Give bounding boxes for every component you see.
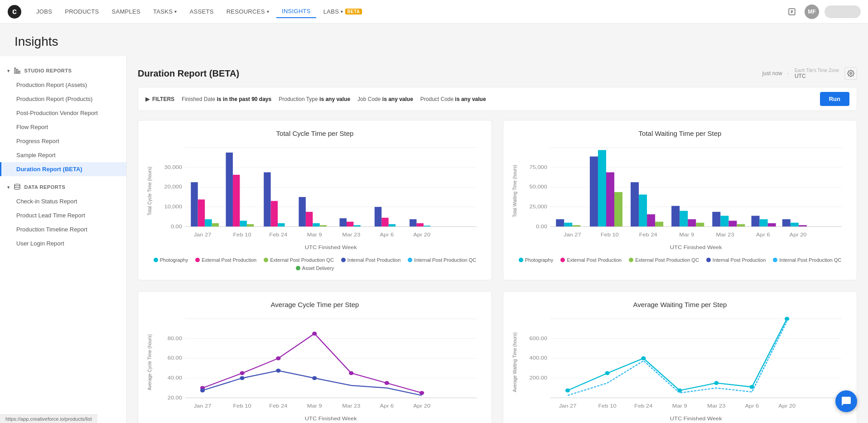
svg-rect-25	[264, 172, 270, 226]
chat-bubble[interactable]	[835, 390, 857, 412]
report-header-right: just now · Each Tile's Time Zone UTC	[762, 67, 857, 80]
svg-text:Feb 24: Feb 24	[639, 232, 657, 238]
svg-text:Jan 27: Jan 27	[559, 403, 577, 409]
svg-point-108	[420, 391, 424, 395]
svg-text:0.00: 0.00	[171, 224, 182, 230]
legend-external-post: External Post Production	[195, 257, 256, 263]
svg-text:Feb 10: Feb 10	[601, 232, 619, 238]
avg-cycle-y-axis-label: Average Cycle Time (hours)	[147, 334, 152, 390]
svg-rect-33	[347, 222, 353, 227]
total-waiting-svg: 0.00 25,000 50,000 75,000	[521, 143, 848, 251]
filter-finished-date: Finished Date is in the past 90 days	[182, 96, 271, 102]
svg-point-132	[641, 356, 646, 361]
total-waiting-time-title: Total Waiting Time per Step	[512, 130, 848, 137]
notifications-icon[interactable]	[785, 5, 799, 19]
avg-cycle-time-title: Average Cycle Time per Step	[147, 301, 482, 308]
svg-rect-18	[198, 199, 205, 226]
svg-rect-66	[631, 182, 639, 226]
filter-job-code: Job Code is any value	[357, 96, 413, 102]
legend-internal-post-qc: Internal Post Production QC	[408, 257, 476, 263]
svg-text:50,000: 50,000	[530, 184, 548, 190]
total-waiting-y-axis-label: Total Waiting Time (hours)	[512, 165, 517, 217]
nav-item-labs[interactable]: LABS ▾ BETA	[318, 5, 367, 18]
svg-rect-5	[19, 71, 20, 73]
svg-rect-73	[696, 223, 704, 227]
svg-text:UTC Finished Week: UTC Finished Week	[305, 244, 357, 250]
filters-toggle[interactable]: ▶ FILTERS	[145, 96, 174, 102]
settings-icon[interactable]	[844, 67, 857, 80]
nav-item-tasks[interactable]: TASKS ▾	[148, 5, 182, 18]
legend-w-external-post-qc: External Post Production QC	[629, 257, 699, 263]
total-cycle-svg: 0.00 10,000 20,000 30,000	[156, 143, 482, 251]
sidebar-item-user-login[interactable]: User Login Report	[0, 236, 126, 250]
svg-point-134	[714, 381, 719, 385]
svg-point-136	[785, 317, 789, 321]
svg-text:Apr 6: Apr 6	[745, 403, 759, 409]
legend-w-internal-post: Internal Post Production	[706, 257, 766, 263]
logo[interactable]: c	[7, 5, 22, 19]
svg-point-112	[312, 376, 317, 380]
svg-rect-65	[614, 192, 622, 226]
run-button[interactable]: Run	[820, 92, 849, 106]
svg-text:c: c	[12, 7, 17, 16]
svg-rect-78	[752, 216, 760, 226]
timezone-info: Each Tile's Time Zone UTC	[795, 68, 839, 79]
filters-arrow-icon: ▶	[145, 96, 149, 102]
nav-item-products[interactable]: PRODUCTS	[59, 5, 104, 18]
svg-text:10,000: 10,000	[164, 204, 183, 210]
svg-rect-68	[647, 214, 655, 226]
charts-grid: Total Cycle Time per Step Total Cycle Ti…	[138, 120, 857, 423]
nav-item-resources[interactable]: RESOURCES ▾	[221, 5, 275, 18]
filters-label-text: FILTERS	[152, 96, 174, 102]
nav-item-samples[interactable]: SAMPLES	[106, 5, 146, 18]
svg-text:400.00: 400.00	[530, 355, 548, 361]
svg-text:Feb 10: Feb 10	[598, 403, 617, 409]
svg-point-7	[850, 72, 852, 74]
studio-reports-header[interactable]: ▾ STUDIO REPORTS	[0, 63, 126, 78]
svg-text:200.00: 200.00	[530, 375, 548, 381]
svg-rect-39	[417, 223, 424, 227]
svg-text:Mar 23: Mar 23	[716, 232, 734, 238]
svg-text:Mar 23: Mar 23	[342, 403, 360, 409]
svg-rect-70	[671, 206, 680, 227]
sidebar-item-product-lead-time[interactable]: Product Lead Time Report	[0, 208, 126, 222]
sidebar-item-post-production-vendor[interactable]: Post-Production Vendor Report	[0, 106, 126, 120]
svg-point-104	[276, 356, 280, 361]
svg-text:Apr 20: Apr 20	[778, 403, 796, 409]
svg-text:Feb 24: Feb 24	[634, 403, 652, 409]
svg-text:Feb 24: Feb 24	[269, 403, 287, 409]
sidebar-item-progress-report[interactable]: Progress Report	[0, 134, 126, 148]
svg-rect-62	[590, 157, 598, 227]
avatar[interactable]: MF	[805, 5, 819, 19]
svg-text:Mar 9: Mar 9	[679, 232, 694, 238]
avg-waiting-time-title: Average Waiting Time per Step	[512, 301, 848, 308]
nav-item-assets[interactable]: ASSETS	[184, 5, 219, 18]
nav-right-actions: MF	[785, 5, 861, 19]
status-bar: https://app.creativeforce.io/products/li…	[0, 414, 97, 423]
nav-item-jobs[interactable]: JOBS	[31, 5, 58, 18]
user-menu[interactable]	[825, 5, 861, 18]
svg-text:Mar 23: Mar 23	[707, 403, 725, 409]
studio-collapse-icon: ▾	[7, 68, 10, 73]
svg-point-106	[349, 371, 353, 375]
svg-point-6	[14, 184, 20, 186]
sidebar-item-production-products[interactable]: Production Report (Products)	[0, 92, 126, 106]
svg-text:UTC Finished Week: UTC Finished Week	[670, 244, 722, 250]
sidebar-item-flow-report[interactable]: Flow Report	[0, 120, 126, 134]
sidebar-item-sample-report[interactable]: Sample Report	[0, 148, 126, 162]
main-content: Duration Report (BETA) just now · Each T…	[127, 56, 868, 423]
nav-item-insights[interactable]: INSIGHTS	[276, 5, 316, 18]
svg-rect-30	[313, 223, 319, 227]
svg-rect-72	[688, 219, 696, 226]
filters-bar: ▶ FILTERS Finished Date is in the past 9…	[138, 87, 857, 111]
sidebar-item-checkin-status[interactable]: Check-in Status Report	[0, 194, 126, 208]
data-reports-header[interactable]: ▾ DATA REPORTS	[0, 180, 126, 194]
sidebar-item-production-assets[interactable]: Production Report (Assets)	[0, 78, 126, 92]
svg-rect-59	[556, 219, 564, 226]
sidebar-item-duration-report[interactable]: Duration Report (BETA)	[0, 162, 126, 176]
svg-rect-4	[16, 69, 18, 73]
svg-rect-23	[240, 221, 246, 226]
svg-text:Mar 23: Mar 23	[342, 232, 360, 238]
sidebar: ▾ STUDIO REPORTS Production Report (Asse…	[0, 56, 127, 423]
sidebar-item-production-timeline[interactable]: Production Timeline Report	[0, 222, 126, 236]
